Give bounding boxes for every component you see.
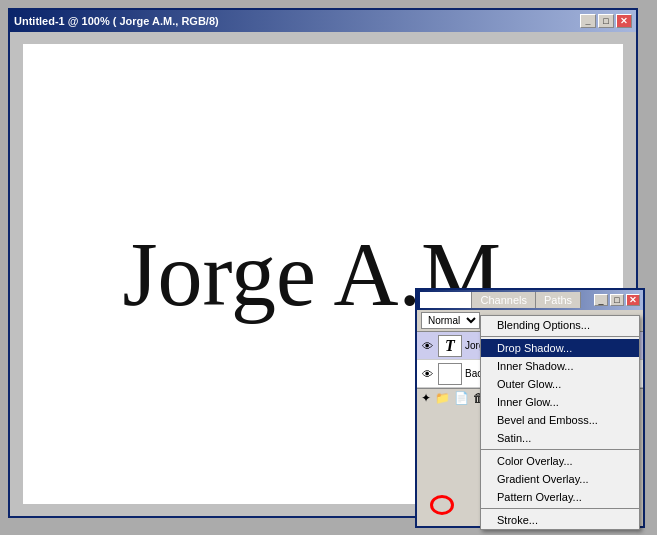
tab-layers[interactable]: Layers [420,292,472,308]
layer-thumb-bg [438,363,462,385]
layers-minimize-button[interactable]: _ [594,294,608,306]
minimize-button[interactable]: _ [580,14,596,28]
layers-title-buttons: _ □ ✕ [594,294,640,306]
menu-separator-2 [481,449,639,450]
tab-channels[interactable]: Channels [472,292,535,308]
context-menu: Blending Options... Drop Shadow... Inner… [480,315,640,530]
eye-icon-bg[interactable]: 👁 [419,366,435,382]
menu-separator-3 [481,508,639,509]
menu-item-satin[interactable]: Satin... [481,429,639,447]
menu-item-stroke[interactable]: Stroke... [481,511,639,529]
menu-item-drop-shadow[interactable]: Drop Shadow... [481,339,639,357]
layer-thumb-text: T [438,335,462,357]
close-button[interactable]: ✕ [616,14,632,28]
eye-icon-text[interactable]: 👁 [419,338,435,354]
folder-icon[interactable]: 📁 [435,391,450,405]
menu-item-color-overlay[interactable]: Color Overlay... [481,452,639,470]
layers-title-bar: Layers Channels Paths _ □ ✕ [417,290,643,310]
maximize-button[interactable]: □ [598,14,614,28]
layers-maximize-button[interactable]: □ [610,294,624,306]
menu-item-inner-glow[interactable]: Inner Glow... [481,393,639,411]
menu-separator-1 [481,336,639,337]
menu-item-outer-glow[interactable]: Outer Glow... [481,375,639,393]
red-circle-annotation [430,495,454,515]
menu-item-bevel-emboss[interactable]: Bevel and Emboss... [481,411,639,429]
menu-item-blending-options[interactable]: Blending Options... [481,316,639,334]
layers-close-button[interactable]: ✕ [626,294,640,306]
menu-item-gradient-overlay[interactable]: Gradient Overlay... [481,470,639,488]
blend-mode-select[interactable]: Normal [421,312,480,329]
menu-item-pattern-overlay[interactable]: Pattern Overlay... [481,488,639,506]
window-title: Untitled-1 @ 100% ( Jorge A.M., RGB/8) [14,15,219,27]
menu-item-inner-shadow[interactable]: Inner Shadow... [481,357,639,375]
add-style-icon[interactable]: ✦ [421,391,431,405]
title-bar-buttons: _ □ ✕ [580,14,632,28]
new-layer-icon[interactable]: 📄 [454,391,469,405]
title-bar: Untitled-1 @ 100% ( Jorge A.M., RGB/8) _… [10,10,636,32]
tab-paths[interactable]: Paths [536,292,581,308]
